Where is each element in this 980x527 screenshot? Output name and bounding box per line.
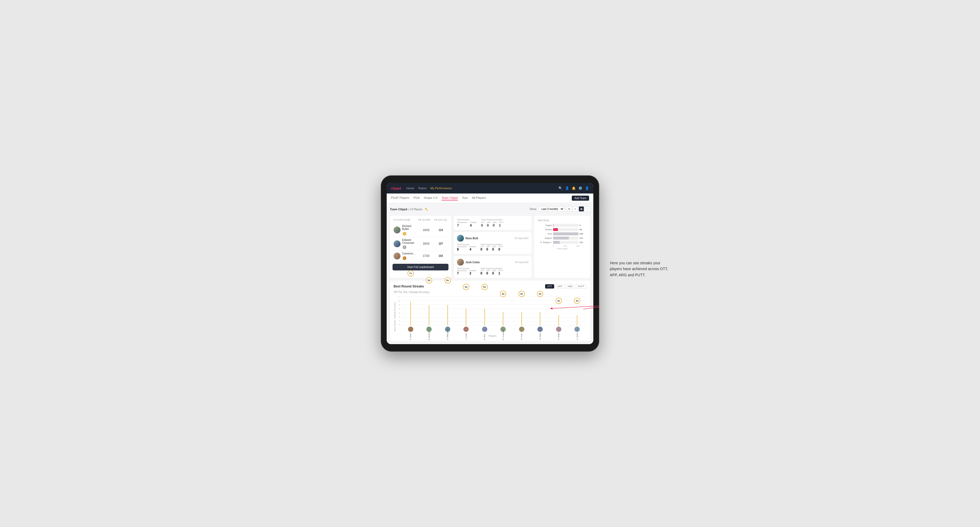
streak-bar [484,308,485,325]
bar-row: Birdies 96 [538,228,587,231]
streaks-header: Best Round Streaks OTT APP ARG PUTT [394,284,586,289]
streak-col: 3x [577,315,578,325]
player-col: E. Crossman [500,327,506,340]
streak-bar [577,315,578,325]
streak-bubble: 4x [519,290,525,297]
filter-ott[interactable]: OTT [545,284,554,289]
streak-col: 5x [484,308,485,325]
player-col: R. Britt [482,327,487,340]
avatar [394,252,401,259]
player-avatar [408,327,413,332]
streaks-panel: Best Round Streaks OTT APP ARG PUTT Off … [390,281,590,341]
bar-row: D. Bogeys + 131 [538,241,587,244]
tab-team-clippd[interactable]: Team Clippd [442,196,458,200]
nav-links: Home Teams My Performance [406,187,558,190]
player-avatar [538,327,543,332]
table-row: Edward Crossman 2 18/20 107 [393,237,449,251]
view-leaderboard-button[interactable]: View Full Leaderboard [393,264,449,270]
badge-bronze: 3 [402,256,406,260]
streak-bubble: 5x [482,284,488,290]
player-name-label: E. Ebert [410,332,412,340]
tab-tour[interactable]: Tour [462,196,468,200]
leaderboard-panel: PLAYER NAME PB SCORE PB AVG SQ Richard B… [390,216,451,278]
streak-chart: Best Streak, Fairway Accuracy 76543210 7… [394,296,586,337]
badge-silver: 2 [402,245,406,249]
player-name-label: J. Coles [465,332,467,340]
search-icon[interactable]: 🔍 [558,186,562,190]
streak-bubble: 6x [444,277,451,284]
edit-icon[interactable]: ✏️ [425,208,428,211]
filter-putt[interactable]: PUTT [576,284,587,289]
lb-header: PLAYER NAME PB SCORE PB AVG SQ [393,219,449,221]
sub-nav: PGAT Players PGA Hcaps 1-5 Team Clippd T… [387,194,593,203]
tab-all-players[interactable]: All Players [472,196,486,200]
streak-bar [447,305,448,325]
period-select[interactable]: Last 3 months [538,206,564,211]
bar-row: Bogeys 311 [538,237,587,240]
bar-chart-panel: Total Shots Eagles 3 Birdies 96 Pars 499… [534,216,590,278]
streak-col: 4x [522,312,522,325]
nav-teams[interactable]: Teams [418,187,426,190]
streak-bar [429,305,429,325]
user-icon[interactable]: 👤 [565,186,569,190]
filter-app[interactable]: APP [555,284,564,289]
player-avatar [519,327,524,332]
bar-row: Pars 499 [538,232,587,235]
streak-bar [466,308,466,325]
table-row: Cameron... 3 17/20 103 [393,251,449,262]
tab-pgat-players[interactable]: PGAT Players [391,196,409,200]
grid-view-icon[interactable]: ⊞ [566,206,572,211]
streak-col: 5x [466,308,466,325]
player-name-label: D. Ford [520,332,522,340]
bar-row: Eagles 3 [538,224,587,227]
filter-arg[interactable]: ARG [565,284,575,289]
avatar-rees [457,235,464,242]
annotation-text: Here you can see streaks your players ha… [610,260,668,278]
streak-col: 6x [429,305,429,325]
player-name-label: B. McHerg [428,332,430,340]
nav-icons: 🔍 👤 🔔 ⚙️ 👤 [558,186,589,190]
avatar-icon[interactable]: 👤 [585,186,589,190]
player-avatar [463,327,469,332]
sub-nav-links: PGAT Players PGA Hcaps 1-5 Team Clippd T… [391,196,572,200]
streaks-title: Best Round Streaks [394,284,424,288]
nav-my-performance[interactable]: My Performance [430,187,452,190]
player-name-label: R. Butler [558,332,560,340]
player-col: E. Ebert [408,327,413,340]
streak-col: 4x [503,312,503,325]
streak-bubble: 6x [426,277,432,284]
streak-bar [522,312,522,325]
player-col: R. Butler [556,327,562,340]
player-col: J. Coles [463,327,469,340]
main-content: Team Clippd | 14 Players ✏️ Show Last 3 … [387,203,593,344]
player-col: D. Ford [519,327,524,340]
streak-col: 4x [540,312,540,325]
streak-bubble: 5x [463,284,469,290]
player-name-label: R. Britt [484,332,485,340]
player-col: D. Billingham [445,327,450,340]
avatar [394,240,401,247]
table-row: Richard Butler 1 19/20 110 [393,223,449,237]
player-cards-panel: Total Rounds Tournament 7 Practice [454,216,531,278]
streak-bubble: 7x [407,270,414,276]
list-view-icon[interactable]: ≡ [573,206,578,211]
nav-home[interactable]: Home [406,187,414,190]
add-team-button[interactable]: Add Team [572,195,589,201]
player-card-josh-coles: Josh Coles 26 Aug 2023 Total Rounds Tour… [454,256,531,278]
streaks-subtitle: Off The Tee, Fairway Accuracy [394,290,586,294]
settings-icon[interactable]: ⚙️ [578,186,582,190]
tab-pga[interactable]: PGA [414,196,420,200]
player-name-label: E. Crossman [502,332,504,340]
chart-view-icon[interactable]: ↕ [585,206,590,211]
badge-gold: 1 [402,232,406,236]
player-avatar [574,327,580,332]
top-panels: PLAYER NAME PB SCORE PB AVG SQ Richard B… [390,216,590,278]
show-section: Show Last 3 months ⊞ ≡ ▦ ↕ [530,206,590,211]
streak-col: 6x [447,305,448,325]
bell-icon[interactable]: 🔔 [572,186,576,190]
player-avatar [556,327,562,332]
tab-hcaps[interactable]: Hcaps 1-5 [424,196,437,200]
table-view-icon[interactable]: ▦ [579,206,584,211]
streak-bar [410,302,411,325]
player-name-label: M. Miller [539,332,541,340]
